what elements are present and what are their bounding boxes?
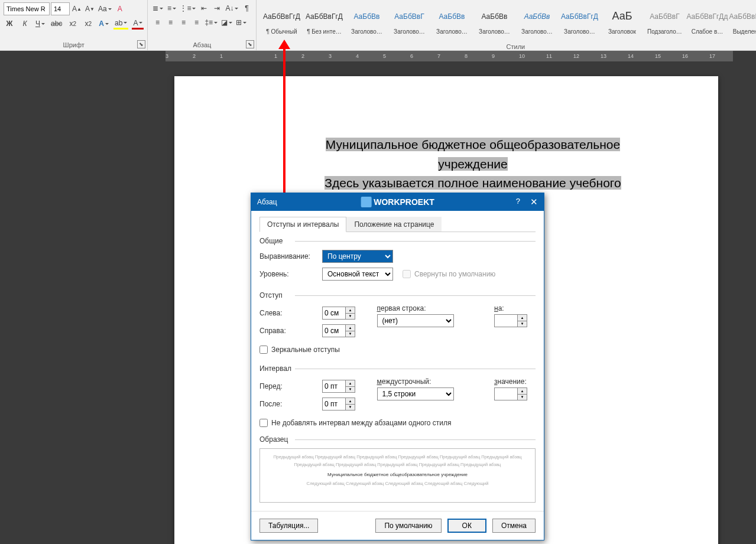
spacing-value-spinner[interactable]: ▲▼ bbox=[494, 387, 527, 400]
style-label: ¶ Без инте… bbox=[304, 28, 343, 35]
cancel-button[interactable]: Отмена bbox=[492, 519, 536, 533]
shading-icon[interactable]: ◪ bbox=[220, 17, 233, 28]
style-label: Заголово… bbox=[347, 28, 386, 35]
arrow-line bbox=[283, 47, 285, 204]
alignment-combo[interactable]: По центру bbox=[322, 250, 393, 263]
by-label: на: bbox=[494, 304, 536, 312]
line-spacing-label: междустрочный: bbox=[377, 377, 483, 386]
style-label: Заголово… bbox=[390, 28, 429, 35]
font-launcher-icon[interactable]: ⬊ bbox=[137, 40, 145, 48]
superscript-button[interactable]: x2 bbox=[82, 18, 94, 30]
style-preview: АаБбВвГ bbox=[394, 4, 424, 28]
paragraph-launcher-icon[interactable]: ⬊ bbox=[246, 40, 254, 48]
style-item[interactable]: АаБбВвЗаголово… bbox=[345, 2, 388, 37]
dialog-titlebar[interactable]: Абзац WORKPROEKT ? ✕ bbox=[251, 193, 544, 211]
help-icon[interactable]: ? bbox=[516, 197, 520, 206]
style-item[interactable]: АаБбВвГгДЗаголово… bbox=[558, 2, 601, 37]
style-item[interactable]: АаБбВвЗаголово… bbox=[473, 2, 515, 37]
align-left-icon[interactable]: ≡ bbox=[151, 17, 163, 28]
dialog-tabs: Отступы и интервалы Положение на страниц… bbox=[259, 217, 536, 232]
close-icon[interactable]: ✕ bbox=[530, 197, 538, 207]
borders-icon[interactable]: ⊞ bbox=[235, 17, 248, 28]
ruler-tick: 13 bbox=[601, 51, 606, 61]
mirror-indents-checkbox[interactable] bbox=[259, 346, 268, 354]
style-label: Подзаголо… bbox=[645, 28, 684, 35]
paragraph-group-label: Абзац bbox=[148, 40, 256, 50]
annotation-arrow bbox=[283, 47, 285, 204]
spacing-value-label: значение: bbox=[494, 377, 536, 386]
space-before-spinner[interactable]: ▲▼ bbox=[322, 380, 355, 393]
change-case-icon[interactable]: Aa bbox=[97, 3, 113, 15]
line-spacing-icon[interactable]: ‡≡ bbox=[203, 17, 219, 28]
tab-indents[interactable]: Отступы и интервалы bbox=[259, 217, 346, 232]
strike-button[interactable]: abc bbox=[50, 18, 63, 30]
first-line-combo[interactable]: (нет) bbox=[377, 314, 454, 327]
sort-icon[interactable]: A↓ bbox=[224, 2, 239, 14]
line-spacing-combo[interactable]: 1,5 строки bbox=[377, 387, 454, 400]
horizontal-ruler[interactable]: 3211234567891011121314151617 bbox=[166, 51, 733, 61]
style-preview: АаБбВв bbox=[481, 4, 507, 28]
ribbon: A▲ A▼ Aa A Ж К Ч abc x2 x2 A ab A Шрифт … bbox=[0, 0, 756, 51]
ruler-tick: 2 bbox=[301, 51, 304, 61]
font-color-icon[interactable]: A bbox=[132, 18, 144, 30]
space-after-spinner[interactable]: ▲▼ bbox=[322, 398, 355, 411]
style-item[interactable]: АаБбВвГПодзаголо… bbox=[643, 2, 686, 37]
dialog-footer: Табуляция... По умолчанию ОК Отмена bbox=[251, 511, 544, 540]
first-line-label: первая строка: bbox=[377, 304, 483, 312]
font-size-input[interactable] bbox=[51, 2, 70, 15]
level-combo[interactable]: Основной текст bbox=[322, 268, 393, 281]
style-preview: АаБбВв bbox=[353, 4, 379, 28]
ruler-tick: 9 bbox=[492, 51, 495, 61]
ok-button[interactable]: ОК bbox=[447, 519, 486, 533]
show-marks-icon[interactable]: ¶ bbox=[241, 2, 252, 14]
tab-position[interactable]: Положение на странице bbox=[346, 217, 442, 232]
dialog-title: Абзац bbox=[257, 198, 277, 206]
style-item[interactable]: АаБбВвГгДдСлабое в… bbox=[686, 2, 728, 37]
align-right-icon[interactable]: ≡ bbox=[177, 17, 189, 28]
ruler-tick: 12 bbox=[573, 51, 579, 61]
ruler-tick: 11 bbox=[546, 51, 552, 61]
highlight-icon[interactable]: ab bbox=[113, 18, 128, 30]
ruler-tick: 2 bbox=[193, 51, 196, 61]
indent-left-spinner[interactable]: ▲▼ bbox=[322, 307, 355, 320]
style-item[interactable]: АаБбВвЗаголово… bbox=[515, 2, 558, 37]
ribbon-group-paragraph: ≣ ≡ ⋮≡ ⇤ ⇥ A↓ ¶ ≡ ≡ ≡ ≡ ‡≡ ◪ ⊞ Абзац ⬊ bbox=[148, 0, 257, 50]
numbering-icon[interactable]: ≡ bbox=[166, 2, 177, 14]
style-item[interactable]: АаБбВвЗаголово… bbox=[430, 2, 473, 37]
indent-right-spinner[interactable]: ▲▼ bbox=[322, 324, 355, 337]
style-item[interactable]: АаБЗаголовок bbox=[601, 2, 643, 37]
style-item[interactable]: АаБбВвГгД¶ Без инте… bbox=[303, 2, 345, 37]
clear-formatting-icon[interactable]: A bbox=[114, 3, 126, 15]
style-item[interactable]: АаБбВвГгДдВыделени… bbox=[728, 2, 756, 37]
align-center-icon[interactable]: ≡ bbox=[164, 17, 176, 28]
bold-button[interactable]: Ж bbox=[4, 18, 15, 30]
decrease-indent-icon[interactable]: ⇤ bbox=[198, 2, 210, 14]
style-label: Слабое в… bbox=[687, 28, 726, 35]
tabs-button[interactable]: Табуляция... bbox=[259, 519, 318, 533]
paragraph-dialog: Абзац WORKPROEKT ? ✕ Отступы и интервалы… bbox=[251, 193, 544, 540]
justify-icon[interactable]: ≡ bbox=[190, 17, 202, 28]
ruler-tick: 16 bbox=[682, 51, 688, 61]
ribbon-group-styles: АаБбВвГгД¶ ОбычныйАаБбВвГгД¶ Без инте…Аа… bbox=[257, 0, 756, 50]
first-line-by-spinner[interactable]: ▲▼ bbox=[494, 314, 527, 327]
increase-indent-icon[interactable]: ⇥ bbox=[211, 2, 223, 14]
space-after-label: После: bbox=[259, 400, 316, 408]
style-item[interactable]: АаБбВвГЗаголово… bbox=[388, 2, 430, 37]
no-spacing-checkbox[interactable] bbox=[259, 419, 268, 427]
grow-font-icon[interactable]: A▲ bbox=[71, 3, 83, 15]
default-button[interactable]: По умолчанию bbox=[375, 519, 441, 533]
bullets-icon[interactable]: ≣ bbox=[151, 2, 164, 14]
section-preview: Образец bbox=[259, 435, 536, 444]
multilevel-icon[interactable]: ⋮≡ bbox=[179, 2, 197, 14]
text-effects-icon[interactable]: A bbox=[98, 18, 110, 30]
level-label: Уровень: bbox=[259, 270, 316, 278]
shrink-font-icon[interactable]: A▼ bbox=[84, 3, 96, 15]
underline-button[interactable]: Ч bbox=[34, 18, 46, 30]
section-spacing: Интервал bbox=[259, 364, 536, 373]
style-item[interactable]: АаБбВвГгД¶ Обычный bbox=[260, 2, 303, 37]
font-name-input[interactable] bbox=[4, 2, 50, 15]
subscript-button[interactable]: x2 bbox=[67, 18, 79, 30]
style-preview: АаБбВвГгДд bbox=[686, 4, 728, 28]
indent-right-label: Справа: bbox=[259, 327, 316, 335]
italic-button[interactable]: К bbox=[19, 18, 31, 30]
